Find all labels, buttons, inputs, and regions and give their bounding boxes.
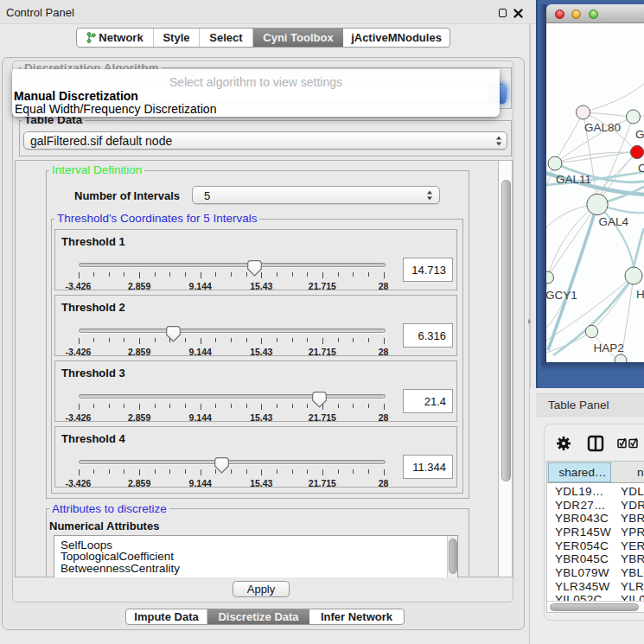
svg-text:GAL80: GAL80 bbox=[584, 121, 621, 134]
svg-text:H: H bbox=[636, 288, 644, 301]
svg-text:GCY1: GCY1 bbox=[546, 289, 577, 302]
svg-text:C: C bbox=[638, 162, 644, 175]
svg-text:GAL11: GAL11 bbox=[556, 173, 591, 186]
svg-text:G.: G. bbox=[635, 128, 644, 141]
svg-text:GAL4: GAL4 bbox=[599, 215, 629, 228]
svg-text:HAP2: HAP2 bbox=[594, 341, 624, 354]
